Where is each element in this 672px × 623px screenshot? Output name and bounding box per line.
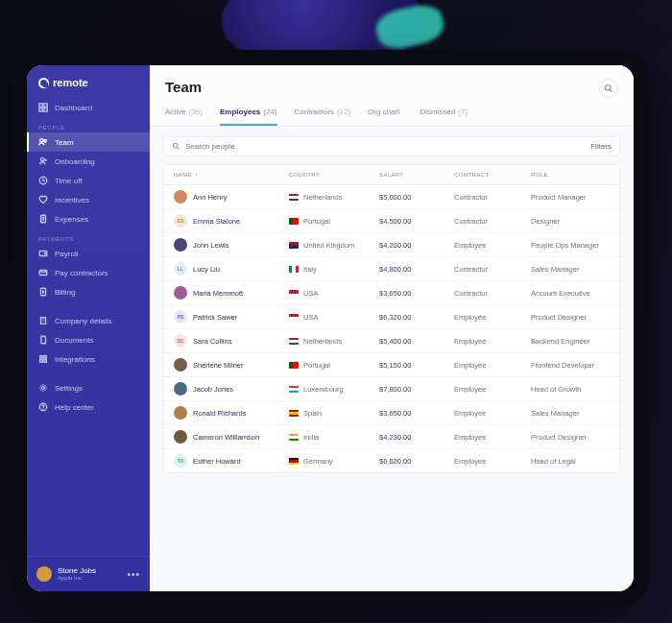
sidebar-item-timeoff[interactable]: Time off [27,171,150,190]
flag-icon [289,194,299,201]
sidebar-item-expenses[interactable]: Expenses [27,209,150,228]
cell-salary: $6,820.00 [379,457,454,466]
sidebar-item-incentives[interactable]: Incentives [27,190,150,209]
table-row[interactable]: SC Sara Collins Netherlands $5,400.00 Em… [164,329,619,353]
cell-country: Portugal [289,217,379,226]
cell-name: Ronald Richards [174,406,289,419]
tabs: Active(36) Employees(24) Contractors(12)… [150,98,634,127]
sidebar-item-company[interactable]: Company details [27,311,150,330]
sidebar: remote Dashboard PEOPLE Team Onboarding … [27,65,150,591]
flag-icon [289,314,299,321]
avatar: SC [174,334,187,347]
cell-name: John Lewis [174,238,289,252]
svg-rect-3 [44,108,47,111]
cell-country: Luxembourg [289,385,379,394]
sidebar-item-label: Company details [55,317,112,325]
svg-rect-0 [39,104,42,107]
table-row[interactable]: Cameron Williamson India $4,230.00 Emplo… [164,425,619,449]
sidebar-item-help[interactable]: Help center [27,397,150,417]
cell-contract: Contractor [454,265,531,274]
sidebar-item-billing[interactable]: Billing [27,282,150,301]
tablet-frame: remote Dashboard PEOPLE Team Onboarding … [12,50,649,607]
sidebar-item-onboarding[interactable]: Onboarding [27,152,150,171]
avatar: ES [174,214,187,228]
cell-role: Head of Legal [531,457,610,466]
cell-role: Account Executive [531,289,610,298]
table-row[interactable]: PS Patrick Sawer USA $6,320.00 Employee … [164,305,619,329]
cell-name: LL Lucy Liu [174,262,289,276]
table-row[interactable]: Maria Memmott USA $3,650.00 Contractor A… [164,281,619,305]
country-name: India [303,433,319,442]
cell-name: PS Patrick Sawer [174,310,289,323]
sidebar-item-dashboard[interactable]: Dashboard [27,98,150,117]
sidebar-footer[interactable]: Stone Jobs Apple Inc. ••• [27,556,150,591]
sidebar-group-people: PEOPLE [27,117,150,132]
table-row[interactable]: Jacob Jones Luxembourg $7,800.00 Employe… [164,377,619,401]
cell-contract: Employee [454,361,531,370]
sidebar-item-documents[interactable]: Documents [27,330,150,349]
building-icon [38,316,48,325]
employees-table: NAME↑ COUNTRY SALARY CONTRACT ROLE Ann H… [163,164,620,473]
sidebar-item-settings[interactable]: Settings [27,378,150,397]
cell-role: Backend Engineer [531,337,610,346]
user-plus-icon [38,156,48,166]
country-name: Netherlands [303,193,342,202]
avatar [174,430,187,443]
cell-country: USA [289,289,379,298]
table-row[interactable]: LL Lucy Liu Italy $4,800.00 Contractor S… [164,257,619,281]
table-row[interactable]: ES Emma Stalone Portugal $4,500.00 Contr… [164,209,619,233]
sidebar-item-integrations[interactable]: Integrations [27,349,150,369]
cell-country: India [289,433,379,442]
sidebar-item-label: Team [55,138,74,147]
more-icon[interactable]: ••• [127,569,140,580]
tab-orgchart[interactable]: Org chart [368,108,402,126]
table-row[interactable]: Ann Henry Netherlands $5,000.00 Contract… [164,185,619,209]
global-search-button[interactable] [599,79,618,98]
sidebar-item-team[interactable]: Team [27,132,150,152]
cell-role: Product Designer [531,313,610,322]
employee-name: Cameron Williamson [193,433,259,442]
sidebar-group-payments: PAYMENTS [27,228,150,244]
avatar [174,286,187,300]
table-row[interactable]: Ronald Richards Spain $3,650.00 Employee… [164,401,619,425]
col-country[interactable]: COUNTRY [289,172,379,178]
svg-rect-15 [44,356,47,359]
tab-active[interactable]: Active(36) [165,108,203,126]
table-row[interactable]: Sherlene Milner Portugal $5,150.00 Emplo… [164,353,619,377]
country-name: Portugal [303,361,330,370]
filters-button[interactable]: Filters [590,142,612,151]
search-input[interactable] [185,142,590,151]
svg-rect-17 [44,360,47,363]
main-panel: Team Active(36) Employees(24) Contractor… [150,65,634,591]
cell-contract: Employee [454,433,531,442]
table-row[interactable]: TS Esther Howard Germany $6,820.00 Emplo… [164,449,619,472]
tab-contractors[interactable]: Contractors(12) [295,108,351,126]
sidebar-item-payroll[interactable]: Payroll [27,244,150,263]
col-salary[interactable]: SALARY [379,172,454,178]
table-row[interactable]: John Lewis United Kingdom $4,200.00 Empl… [164,233,619,257]
sidebar-item-label: Billing [55,288,75,297]
brand[interactable]: remote [27,65,150,98]
cell-name: Cameron Williamson [174,430,289,443]
cell-role: Product Manager [531,193,610,202]
employee-name: Sara Collins [193,337,231,346]
col-name[interactable]: NAME↑ [174,172,289,178]
cell-contract: Employee [454,241,531,250]
search-icon [604,84,613,93]
tab-employees[interactable]: Employees(24) [220,108,276,126]
cell-role: People Ops Manager [531,241,610,250]
sidebar-item-label: Pay contractors [55,269,108,277]
sidebar-item-paycontractors[interactable]: Pay contractors [27,263,150,282]
avatar [174,382,187,395]
tab-dismissed[interactable]: Dismissed(7) [420,108,468,126]
cell-role: Head of Growth [531,385,610,394]
avatar: TS [174,454,187,467]
flag-icon [289,218,299,225]
col-role[interactable]: ROLE [531,172,610,178]
cell-name: SC Sara Collins [174,334,289,347]
search-icon [172,142,180,151]
col-contract[interactable]: CONTRACT [454,172,531,178]
svg-point-21 [606,85,611,90]
cell-country: Portugal [289,361,379,370]
employee-name: Ann Henry [193,193,227,202]
